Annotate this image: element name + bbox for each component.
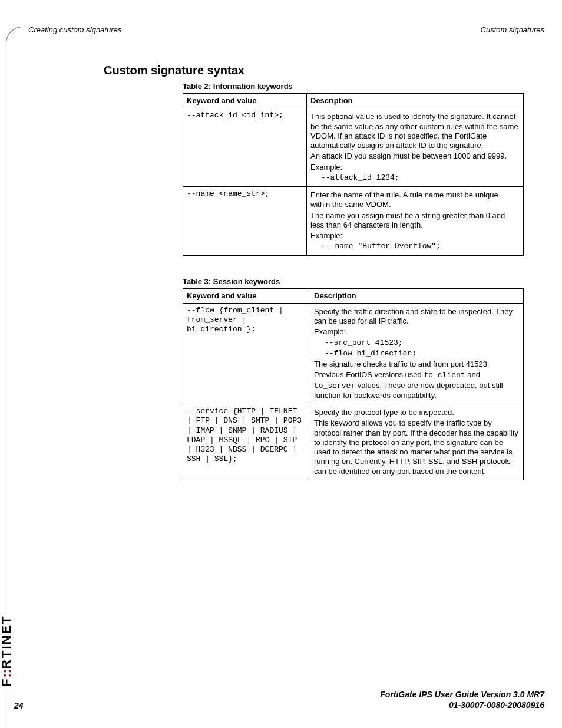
th-keyword-and-value: Keyword and value <box>183 94 307 108</box>
page-number: 24 <box>14 701 24 710</box>
th-description: Description <box>310 288 524 303</box>
th-keyword-and-value: Keyword and value <box>183 288 310 303</box>
desc-paragraph: An attack ID you assign must be between … <box>310 151 520 161</box>
table3-caption: Table 3: Session keywords <box>183 277 523 286</box>
desc-paragraph: Example: <box>310 231 520 241</box>
table-row: --attack_id <id_int>; This optional valu… <box>183 108 524 187</box>
code-example: ---name "Buffer_Overflow"; <box>321 242 520 251</box>
kv-cell: --name <name_str>; <box>183 187 307 256</box>
desc-paragraph: Specify the protocol type to be inspecte… <box>314 408 520 417</box>
header-right: Custom signatures <box>481 25 544 34</box>
table2-caption: Table 2: Information keywords <box>183 82 523 91</box>
fortinet-logo: F::RTINET <box>0 615 14 687</box>
desc-cell: Enter the name of the rule. A rule name … <box>307 187 524 256</box>
kv-cell: --flow {from_client | from_server | bi_d… <box>183 303 310 404</box>
logo-part: RTINET <box>0 615 14 668</box>
desc-paragraph: Example: <box>314 327 520 337</box>
code-example: --flow bi_direction; <box>325 349 520 358</box>
code-inline: to_server <box>314 381 355 390</box>
th-description: Description <box>307 94 524 108</box>
desc-paragraph: This optional value is used to identify … <box>310 112 520 150</box>
desc-paragraph: Specify the traffic direction and state … <box>314 307 520 327</box>
desc-paragraph: Example: <box>310 163 520 172</box>
desc-paragraph: This keyword allows you to specify the t… <box>314 419 520 476</box>
kv-cell: --service {HTTP | TELNET | FTP | DNS | S… <box>183 404 310 480</box>
desc-cell: Specify the traffic direction and state … <box>310 303 524 404</box>
table-row: --name <name_str>; Enter the name of the… <box>183 187 524 256</box>
logo-part: F <box>0 678 14 687</box>
desc-paragraph: The signature checks traffic to and from… <box>314 360 520 369</box>
kv-cell: --attack_id <id_int>; <box>183 108 307 187</box>
header-left: Creating custom signatures <box>28 25 121 34</box>
main-content: Custom signature syntax Table 2: Informa… <box>104 64 523 480</box>
desc-cell: This optional value is used to identify … <box>307 108 524 187</box>
desc-paragraph: Enter the name of the rule. A rule name … <box>310 190 520 210</box>
table-row: --flow {from_client | from_server | bi_d… <box>183 303 524 404</box>
table-information-keywords: Keyword and value Description --attack_i… <box>183 93 524 256</box>
section-title: Custom signature syntax <box>104 64 523 77</box>
table-header-row: Keyword and value Description <box>183 288 524 303</box>
code-example: --attack_id 1234; <box>321 173 520 183</box>
table-session-keywords: Keyword and value Description --flow {fr… <box>183 288 524 480</box>
running-header: Creating custom signatures Custom signat… <box>28 24 544 34</box>
code-inline: to_client <box>424 371 465 380</box>
page-footer: 24 FortiGate IPS User Guide Version 3.0 … <box>6 689 544 710</box>
footer-docnum: 01-30007-0080-20080916 <box>6 700 544 710</box>
logo-accent: :: <box>0 669 14 678</box>
table-row: --service {HTTP | TELNET | FTP | DNS | S… <box>183 404 524 480</box>
code-example: --src_port 41523; <box>325 338 520 348</box>
desc-paragraph: The name you assign must be a string gre… <box>310 211 520 230</box>
desc-paragraph: Previous FortiOS versions used to_client… <box>314 370 520 400</box>
table-header-row: Keyword and value Description <box>183 94 524 108</box>
footer-title: FortiGate IPS User Guide Version 3.0 MR7 <box>6 689 544 700</box>
desc-cell: Specify the protocol type to be inspecte… <box>310 404 524 480</box>
header-curve-decoration <box>6 27 24 45</box>
